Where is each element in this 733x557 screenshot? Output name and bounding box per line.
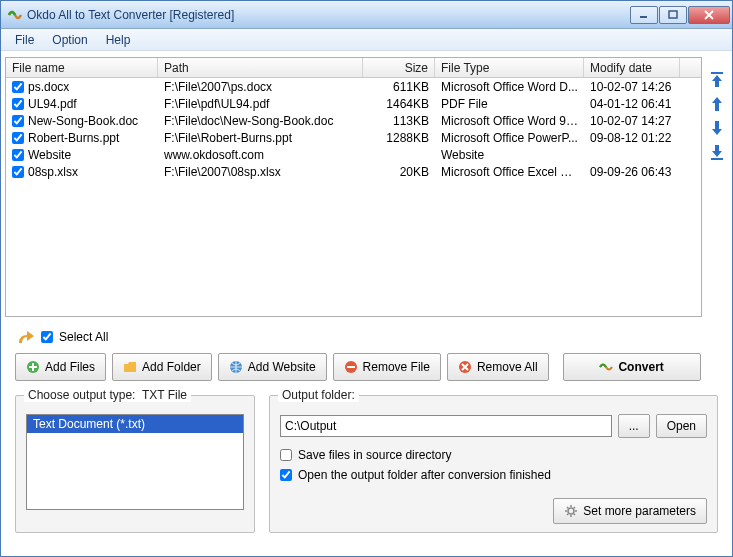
cell-name: Website [28,148,71,162]
list-item[interactable]: Text Document (*.txt) [27,415,243,433]
col-filetype[interactable]: File Type [435,58,584,77]
open-after-label: Open the output folder after conversion … [298,468,551,482]
plus-icon [26,360,40,374]
output-folder-label: Output folder: [278,388,359,402]
set-more-parameters-button[interactable]: Set more parameters [553,498,707,524]
svg-rect-7 [347,366,355,368]
add-folder-button[interactable]: Add Folder [112,353,212,381]
table-row[interactable]: ps.docxF:\File\2007\ps.docx611KBMicrosof… [6,78,701,95]
cell-path: F:\File\doc\New-Song-Book.doc [158,114,363,128]
select-all-label: Select All [59,330,108,344]
cell-date: 04-01-12 06:41 [584,97,680,111]
add-files-button[interactable]: Add Files [15,353,106,381]
cell-date: 09-08-12 01:22 [584,131,680,145]
folder-icon [123,360,137,374]
add-website-button[interactable]: Add Website [218,353,327,381]
cell-size: 20KB [363,165,435,179]
output-type-group: Choose output type: TXT File Text Docume… [15,395,255,533]
move-bottom-button[interactable] [708,143,726,161]
curved-arrow-icon [17,329,35,345]
cell-path: F:\File\Robert-Burns.ppt [158,131,363,145]
cell-path: F:\File\pdf\UL94.pdf [158,97,363,111]
col-date[interactable]: Modify date [584,58,680,77]
svg-line-14 [567,507,568,508]
menubar: File Option Help [1,29,732,51]
table-header: File name Path Size File Type Modify dat… [6,58,701,78]
save-in-source-label: Save files in source directory [298,448,451,462]
cell-size: 611KB [363,80,435,94]
output-type-label: Choose output type: TXT File [24,388,191,402]
col-size[interactable]: Size [363,58,435,77]
remove-all-button[interactable]: Remove All [447,353,549,381]
remove-file-button[interactable]: Remove File [333,353,441,381]
table-row[interactable]: 08sp.xlsxF:\File\2007\08sp.xlsx20KBMicro… [6,163,701,180]
move-down-button[interactable] [708,119,726,137]
svg-line-16 [567,514,568,515]
output-type-listbox[interactable]: Text Document (*.txt) [26,414,244,510]
select-all-row: Select All [1,323,732,353]
menu-option[interactable]: Option [44,31,95,49]
row-checkbox[interactable] [12,149,24,161]
svg-point-9 [568,508,574,514]
output-folder-group: Output folder: ... Open Save files in so… [269,395,718,533]
svg-rect-3 [711,158,723,160]
cell-size: 113KB [363,114,435,128]
minimize-button[interactable] [630,6,658,24]
svg-rect-1 [669,11,677,18]
menu-file[interactable]: File [7,31,42,49]
table-row[interactable]: Robert-Burns.pptF:\File\Robert-Burns.ppt… [6,129,701,146]
table-row[interactable]: UL94.pdfF:\File\pdf\UL94.pdf1464KBPDF Fi… [6,95,701,112]
cell-name: UL94.pdf [28,97,77,111]
cell-type: Microsoft Office PowerP... [435,131,584,145]
titlebar: Okdo All to Text Converter [Registered] [1,1,732,29]
cell-date: 09-09-26 06:43 [584,165,680,179]
cell-name: New-Song-Book.doc [28,114,138,128]
toolbar: Add Files Add Folder Add Website Remove … [1,353,732,391]
cell-date: 10-02-07 14:27 [584,114,680,128]
col-filename[interactable]: File name [6,58,158,77]
close-button[interactable] [688,6,730,24]
app-icon [7,7,23,23]
cell-name: Robert-Burns.ppt [28,131,119,145]
cell-path: www.okdosoft.com [158,148,363,162]
minus-icon [344,360,358,374]
x-icon [458,360,472,374]
window-title: Okdo All to Text Converter [Registered] [27,8,630,22]
file-table: File name Path Size File Type Modify dat… [5,57,702,317]
row-checkbox[interactable] [12,115,24,127]
table-row[interactable]: Websitewww.okdosoft.comWebsite [6,146,701,163]
table-row[interactable]: New-Song-Book.docF:\File\doc\New-Song-Bo… [6,112,701,129]
svg-rect-2 [711,72,723,74]
row-checkbox[interactable] [12,81,24,93]
svg-line-15 [574,514,575,515]
move-up-button[interactable] [708,95,726,113]
menu-help[interactable]: Help [98,31,139,49]
open-folder-button[interactable]: Open [656,414,707,438]
browse-button[interactable]: ... [618,414,650,438]
cell-type: Website [435,148,584,162]
cell-path: F:\File\2007\ps.docx [158,80,363,94]
row-checkbox[interactable] [12,166,24,178]
window-controls [630,6,730,24]
col-path[interactable]: Path [158,58,363,77]
cell-type: Microsoft Office Word D... [435,80,584,94]
cell-date: 10-02-07 14:26 [584,80,680,94]
output-folder-input[interactable] [280,415,612,437]
convert-button[interactable]: Convert [563,353,701,381]
row-checkbox[interactable] [12,98,24,110]
open-after-checkbox[interactable] [280,469,292,481]
svg-rect-0 [640,16,647,18]
cell-size: 1464KB [363,97,435,111]
row-checkbox[interactable] [12,132,24,144]
globe-icon [229,360,243,374]
maximize-button[interactable] [659,6,687,24]
select-all-checkbox[interactable] [41,331,53,343]
svg-line-17 [574,507,575,508]
save-in-source-checkbox[interactable] [280,449,292,461]
move-top-button[interactable] [708,71,726,89]
cell-type: Microsoft Office Word 97... [435,114,584,128]
cell-size: 1288KB [363,131,435,145]
cell-name: ps.docx [28,80,69,94]
gear-icon [564,504,578,518]
convert-icon [599,360,613,374]
